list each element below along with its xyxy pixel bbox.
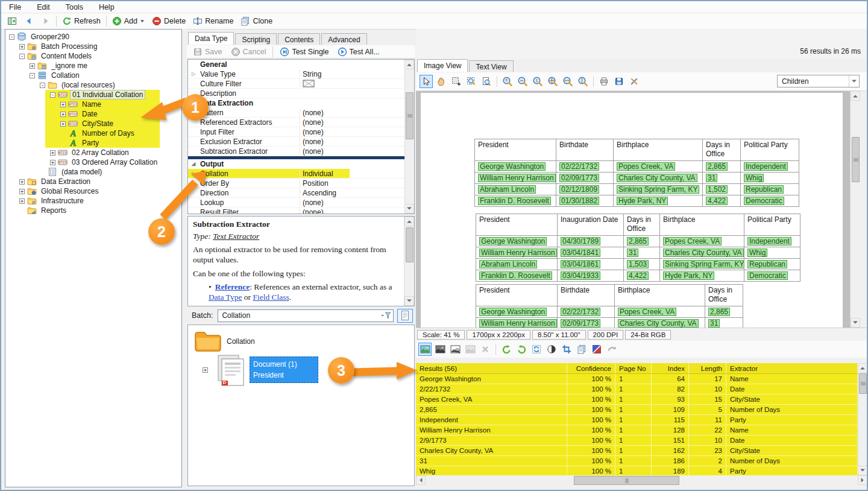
property-row-exclusion-extractor[interactable]: Exclusion Extractor(none) (188, 137, 414, 147)
results-row[interactable]: 2,865100 %11095Number of Days (416, 405, 858, 415)
help-link[interactable]: Reference (215, 282, 250, 291)
tree-node-global-resources[interactable]: +Global Resources (5, 186, 181, 196)
expand-toggle[interactable]: + (60, 121, 66, 127)
expand-toggle[interactable]: + (60, 112, 66, 117)
expand-toggle[interactable]: + (19, 198, 25, 204)
property-expander-icon[interactable]: ▷ (188, 69, 199, 79)
property-category-output[interactable]: ◢Output (188, 159, 414, 169)
results-row[interactable]: Popes Creek, VA100 %19315City/State (416, 394, 858, 405)
property-row-lookup[interactable]: Lookup(none) (188, 198, 414, 207)
batch-combo[interactable]: Collation (218, 309, 394, 322)
scrollbar-thumb[interactable] (859, 373, 867, 394)
tree-node-batch-processing[interactable]: +Batch Processing (5, 42, 181, 51)
property-row-direction[interactable]: DirectionAscending (188, 188, 414, 198)
property-value[interactable]: Individual (300, 169, 414, 178)
filter-funnel-icon[interactable] (380, 311, 391, 320)
zoom-in-icon[interactable]: + (501, 75, 514, 88)
expand-toggle[interactable]: + (30, 63, 35, 69)
help-link[interactable]: Field Class (253, 293, 289, 302)
forward-button[interactable] (37, 15, 54, 27)
property-row-value-type[interactable]: ▷Value TypeString (188, 69, 414, 79)
tree-node-infrastructure[interactable]: +Infrastructure (5, 196, 181, 206)
image-threshold-icon[interactable] (448, 343, 462, 356)
scroll-down-button[interactable] (858, 466, 867, 475)
expand-toggle[interactable]: - (19, 54, 25, 59)
add-button[interactable]: Add (108, 15, 148, 27)
test-all-button[interactable]: Test All... (334, 46, 383, 58)
results-row[interactable]: Charles City County, VA100 %116223City/S… (416, 446, 858, 456)
tree-node-03-ordered-array-collation[interactable]: +072303 Ordered Array Collation (5, 157, 181, 167)
expand-toggle[interactable]: + (50, 160, 55, 165)
results-row[interactable]: William Henry Harrison100 %112822Name (416, 425, 858, 436)
property-value[interactable]: String (300, 70, 414, 78)
scroll-up-button[interactable] (404, 60, 414, 69)
property-value[interactable]: (none) (300, 208, 414, 215)
property-grid-scrollbar[interactable] (404, 60, 414, 214)
help-link[interactable]: Text Pattern (215, 304, 259, 306)
view-document-button[interactable] (397, 309, 413, 323)
tree-node-date[interactable]: +0723Date (5, 109, 181, 119)
property-value[interactable] (300, 80, 414, 87)
property-category-general[interactable]: General (188, 60, 414, 69)
menu-edit[interactable]: Edit (29, 2, 58, 13)
results-row[interactable]: George Washington100 %16417Name (416, 374, 858, 384)
scroll-left-button[interactable] (416, 475, 426, 485)
results-hscrollbar[interactable] (416, 476, 867, 485)
property-row-result-filter[interactable]: Result Filter(none) (188, 207, 414, 214)
tree-node-02-array-collation[interactable]: +072302 Array Collation (5, 148, 181, 157)
scroll-down-button[interactable] (851, 318, 860, 328)
zoom-fit-icon[interactable] (546, 75, 559, 88)
property-row-subtraction-extractor[interactable]: Subtraction Extractor(none) (188, 147, 414, 156)
nav-panel-button[interactable] (4, 15, 20, 27)
results-row[interactable]: 2/22/1732100 %18210Date (416, 384, 858, 394)
image-viewport[interactable]: PresidentBirthdateBirthplaceDays in Offi… (416, 91, 850, 328)
results-row[interactable]: 2/9/1773100 %115110Date (416, 436, 858, 446)
tab-advanced[interactable]: Advanced (321, 33, 366, 45)
expand-toggle[interactable]: - (50, 92, 55, 98)
back-button[interactable] (20, 15, 37, 27)
test-single-button[interactable]: Test Single (276, 46, 332, 58)
document-item[interactable]: Document (1) President Tables.pdf (250, 356, 318, 383)
tree-node-data-extraction[interactable]: +Data Extraction (5, 177, 181, 186)
property-row-collation[interactable]: ▷CollationIndividual (188, 169, 414, 179)
rotate-ccw-icon[interactable] (500, 343, 513, 356)
invert-icon[interactable] (590, 343, 603, 356)
delete-button[interactable]: Delete (148, 15, 189, 27)
batch-folder-label[interactable]: Collation (227, 337, 255, 346)
scroll-down-button[interactable] (404, 204, 414, 214)
results-row[interactable]: Independent100 %111511Party (416, 415, 858, 425)
zoom-actual-icon[interactable]: 1 (531, 75, 544, 88)
zoom-fit-height-icon[interactable] (576, 75, 590, 88)
crop-icon[interactable] (560, 343, 573, 356)
scrollbar-thumb[interactable] (406, 227, 414, 262)
zoom-page-icon[interactable] (480, 75, 493, 88)
pointer-icon[interactable] (420, 75, 433, 88)
clone-button[interactable]: Clone (237, 15, 276, 27)
delete-disabled-icon[interactable] (479, 343, 492, 356)
scroll-up-button[interactable] (851, 91, 860, 101)
image-disabled-icon[interactable] (464, 343, 477, 356)
property-row-referenced-extractors[interactable]: Referenced Extractors(none) (188, 118, 414, 127)
property-value[interactable]: (none) (300, 109, 414, 117)
copy-pages-icon[interactable] (575, 343, 588, 356)
property-value[interactable]: (none) (300, 138, 414, 146)
results-row[interactable]: Whig100 %11894Party (416, 466, 858, 475)
batch-folder-icon[interactable] (194, 329, 222, 353)
property-row-culture-filter[interactable]: Culture Filter (188, 79, 414, 89)
tab-data-type[interactable]: Data Type (188, 32, 234, 45)
scroll-up-button[interactable] (404, 217, 414, 226)
help-scrollbar[interactable] (404, 217, 414, 306)
scroll-down-button[interactable] (404, 296, 414, 306)
contrast-icon[interactable] (545, 343, 558, 356)
scrollbar-thumb[interactable] (574, 476, 679, 485)
scrollbar-thumb[interactable] (852, 137, 860, 182)
menu-tools[interactable]: Tools (58, 2, 91, 13)
print-icon[interactable] (597, 75, 611, 88)
property-row-description[interactable]: Description (188, 89, 414, 98)
tree-node-reports[interactable]: Reports (5, 206, 181, 215)
tree-node-city-state[interactable]: +0723City/State (5, 119, 181, 128)
save-button[interactable]: Save (189, 46, 226, 58)
children-dropdown[interactable]: Children (777, 75, 860, 87)
property-row-pattern[interactable]: Pattern(none) (188, 108, 414, 118)
scroll-right-button[interactable] (858, 475, 867, 485)
